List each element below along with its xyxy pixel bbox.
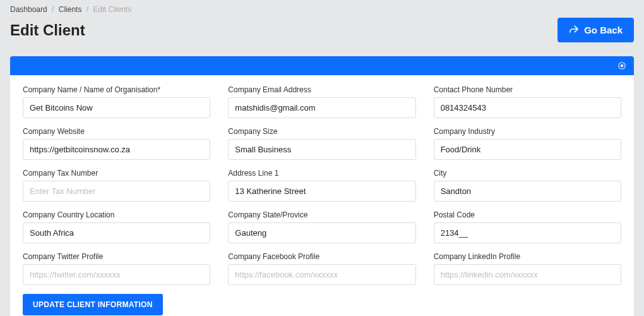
company-website-label: Company Website: [23, 127, 210, 136]
page-title: Edit Client: [10, 21, 85, 39]
address-line1-field[interactable]: [228, 181, 415, 202]
card-header: [10, 56, 634, 75]
state-field[interactable]: [228, 222, 415, 243]
facebook-field[interactable]: [228, 264, 415, 285]
company-name-label: Company Name / Name of Organisation*: [23, 85, 210, 94]
breadcrumb-dashboard[interactable]: Dashboard: [10, 5, 47, 14]
breadcrumb-sep: /: [86, 5, 88, 14]
share-arrow-icon: [569, 24, 579, 36]
city-field[interactable]: [434, 181, 621, 202]
breadcrumb-sep: /: [52, 5, 54, 14]
company-email-field[interactable]: [228, 97, 415, 118]
country-label: Company Country Location: [23, 210, 210, 219]
company-name-field[interactable]: [23, 97, 210, 118]
contact-phone-label: Contact Phone Number: [434, 85, 621, 94]
breadcrumb: Dashboard / Clients / Edit Clients: [10, 5, 634, 18]
tax-number-field[interactable]: [23, 181, 210, 202]
linkedin-label: Company LinkedIn Profile: [434, 252, 621, 261]
facebook-label: Company Facebook Profile: [228, 252, 415, 261]
edit-client-card: Company Name / Name of Organisation* Com…: [10, 56, 634, 316]
svg-point-1: [621, 64, 623, 67]
company-size-field[interactable]: [228, 139, 415, 160]
company-industry-field[interactable]: [434, 139, 621, 160]
twitter-label: Company Twitter Profile: [23, 252, 210, 261]
postal-code-label: Postal Code: [434, 210, 621, 219]
state-label: Company State/Provice: [228, 210, 415, 219]
twitter-field[interactable]: [23, 264, 210, 285]
postal-code-field[interactable]: [434, 222, 621, 243]
city-label: City: [434, 169, 621, 178]
company-email-label: Company Email Address: [228, 85, 415, 94]
tax-number-label: Company Tax Number: [23, 169, 210, 178]
expand-icon[interactable]: [617, 61, 626, 70]
update-client-button[interactable]: UPDATE CLIENT INFORMATION: [23, 294, 163, 315]
company-website-field[interactable]: [23, 139, 210, 160]
company-industry-label: Company Industry: [434, 127, 621, 136]
address-line1-label: Address Line 1: [228, 169, 415, 178]
company-size-label: Company Size: [228, 127, 415, 136]
breadcrumb-clients[interactable]: Clients: [59, 5, 82, 14]
linkedin-field[interactable]: [434, 264, 621, 285]
country-field[interactable]: [23, 222, 210, 243]
contact-phone-field[interactable]: [434, 97, 621, 118]
breadcrumb-current: Edit Clients: [93, 5, 131, 14]
go-back-button[interactable]: Go Back: [558, 18, 634, 42]
go-back-label: Go Back: [584, 25, 623, 35]
